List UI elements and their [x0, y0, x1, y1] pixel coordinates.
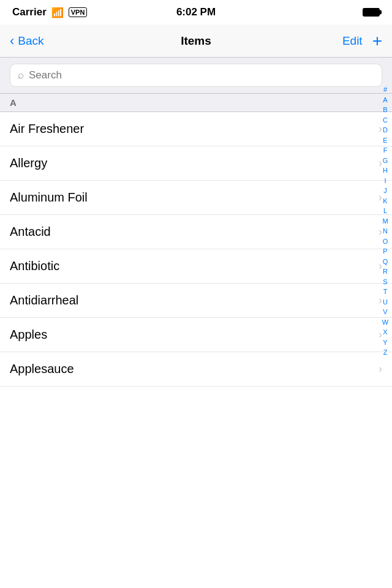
- list-item[interactable]: Antacid›: [0, 215, 392, 249]
- vpn-badge: VPN: [69, 7, 88, 17]
- alpha-index-item[interactable]: P: [382, 246, 388, 257]
- alpha-index-item[interactable]: O: [382, 236, 390, 247]
- alpha-index-item[interactable]: C: [382, 115, 389, 126]
- status-right: [363, 8, 380, 17]
- nav-title: Items: [181, 34, 211, 48]
- list-container: AAir Freshener›Allergy›Aluminum Foil›Ant…: [0, 94, 392, 588]
- alpha-index-item[interactable]: F: [382, 145, 389, 156]
- alpha-index-item[interactable]: Y: [382, 337, 388, 348]
- alpha-index-item[interactable]: Z: [382, 347, 389, 358]
- list-item-text: Antibiotic: [10, 259, 59, 273]
- alpha-index-item[interactable]: U: [382, 297, 389, 307]
- alpha-index-item[interactable]: E: [382, 135, 388, 146]
- status-left: Carrier 📶 VPN: [12, 6, 87, 18]
- search-icon: ⌕: [18, 69, 24, 81]
- list-item[interactable]: Antidiarrheal›: [0, 284, 392, 318]
- carrier-label: Carrier: [12, 6, 47, 18]
- list-item[interactable]: Air Freshener›: [0, 112, 392, 146]
- list-item[interactable]: Allergy›: [0, 146, 392, 181]
- alpha-index-item[interactable]: Q: [382, 257, 390, 267]
- list-item[interactable]: Apples›: [0, 318, 392, 352]
- alpha-index-item[interactable]: M: [381, 216, 389, 227]
- alpha-index-item[interactable]: L: [382, 206, 388, 216]
- alpha-index-item[interactable]: H: [382, 165, 389, 176]
- list-item-text: Allergy: [10, 156, 47, 170]
- section-header-a: A: [0, 94, 392, 112]
- list-item-text: Antacid: [10, 225, 51, 239]
- alpha-index-item[interactable]: #: [382, 85, 388, 95]
- list-item-text: Air Freshener: [10, 122, 84, 136]
- alpha-index-item[interactable]: G: [382, 156, 390, 166]
- alpha-index-item[interactable]: N: [382, 226, 389, 236]
- battery-icon: [363, 8, 380, 17]
- nav-bar: ‹ Back Items Edit +: [0, 24, 392, 58]
- list-item[interactable]: Applesauce›: [0, 352, 392, 386]
- alpha-index-item[interactable]: V: [382, 307, 388, 317]
- alpha-index-item[interactable]: J: [382, 186, 388, 196]
- chevron-right-icon: ›: [379, 363, 382, 375]
- alpha-index-item[interactable]: W: [381, 317, 390, 328]
- list-item-text: Applesauce: [10, 362, 74, 376]
- alpha-index-item[interactable]: S: [382, 277, 388, 287]
- edit-button[interactable]: Edit: [342, 34, 363, 48]
- alpha-index-item[interactable]: B: [382, 105, 388, 115]
- alpha-index-item[interactable]: D: [382, 125, 389, 135]
- alpha-index-item[interactable]: R: [382, 266, 389, 277]
- alpha-index-item[interactable]: T: [382, 287, 389, 297]
- search-input[interactable]: [29, 69, 374, 81]
- list-item-text: Aluminum Foil: [10, 190, 88, 205]
- back-button[interactable]: ‹ Back: [10, 33, 44, 49]
- alpha-index-item[interactable]: X: [382, 327, 388, 337]
- back-label: Back: [18, 34, 43, 48]
- nav-actions: Edit +: [342, 32, 382, 50]
- back-chevron-icon: ‹: [10, 33, 14, 49]
- alpha-index-item[interactable]: I: [383, 176, 387, 186]
- alpha-index-item[interactable]: A: [382, 95, 388, 105]
- list-item-text: Antidiarrheal: [10, 293, 78, 307]
- list-item-text: Apples: [10, 328, 47, 342]
- wifi-icon: 📶: [51, 7, 64, 18]
- add-button[interactable]: +: [372, 32, 382, 50]
- list-item[interactable]: Aluminum Foil›: [0, 181, 392, 215]
- list-item[interactable]: Antibiotic›: [0, 249, 392, 284]
- alpha-index: #ABCDEFGHIJKLMNOPQRSTUVWXYZ: [379, 82, 392, 360]
- alpha-index-item[interactable]: K: [382, 196, 388, 206]
- status-bar: Carrier 📶 VPN 6:02 PM: [0, 0, 392, 24]
- battery-fill: [364, 9, 379, 15]
- search-bar[interactable]: ⌕: [10, 64, 382, 87]
- status-time: 6:02 PM: [176, 6, 216, 18]
- search-container: ⌕: [0, 58, 392, 94]
